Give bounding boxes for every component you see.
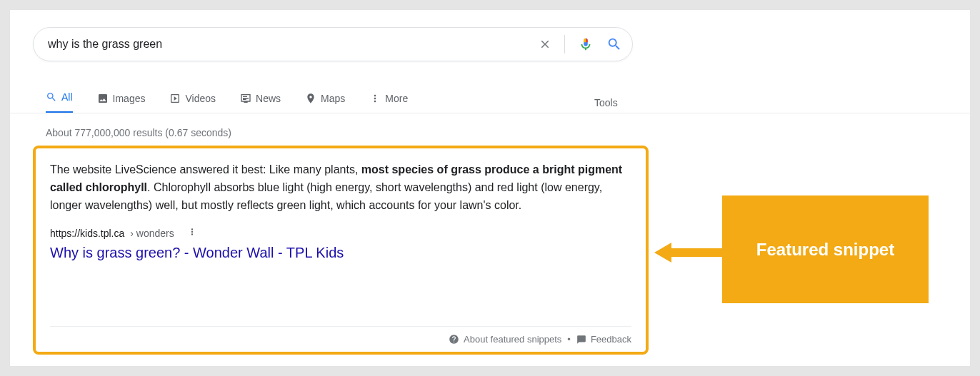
result-cite: https://kids.tpl.ca › wonders: [50, 227, 631, 239]
page-canvas: All Images Videos News Maps More Tools A…: [10, 10, 970, 366]
tab-maps[interactable]: Maps: [305, 93, 345, 113]
tab-images[interactable]: Images: [97, 93, 146, 113]
featured-snippet: The website LiveScience answered it best…: [33, 146, 649, 355]
snippet-footer: About featured snippets • Feedback: [50, 326, 631, 345]
callout-label: Featured snippet: [756, 240, 894, 260]
tabs-row: All Images Videos News Maps More Tools: [46, 91, 970, 113]
divider: [564, 35, 565, 54]
feedback-label: Feedback: [591, 334, 631, 345]
tab-videos[interactable]: Videos: [169, 93, 216, 113]
search-icon[interactable]: [606, 36, 622, 52]
tab-label: News: [256, 93, 281, 104]
search-bar-actions: [539, 35, 622, 54]
search-bar[interactable]: [33, 27, 633, 61]
more-icon[interactable]: [187, 227, 197, 239]
mic-icon[interactable]: [578, 36, 594, 52]
cite-domain: https://kids.tpl.ca: [50, 228, 124, 239]
tools-link[interactable]: Tools: [594, 97, 618, 108]
tabs-border: [10, 113, 970, 113]
cite-path: › wonders: [130, 228, 174, 239]
tab-label: Images: [113, 93, 146, 104]
tab-news[interactable]: News: [240, 93, 281, 113]
annotation-arrow: [654, 243, 723, 263]
feedback-icon: [576, 335, 586, 345]
arrow-head-icon: [654, 243, 671, 263]
search-input[interactable]: [48, 38, 539, 51]
tab-label: Maps: [321, 93, 345, 104]
clear-icon[interactable]: [539, 38, 551, 51]
arrow-shaft: [671, 248, 723, 257]
result-stats: About 777,000,000 results (0.67 seconds): [46, 127, 231, 138]
snippet-pre: The website LiveScience answered it best…: [50, 163, 361, 176]
tab-label: Videos: [185, 93, 216, 104]
result-title-link[interactable]: Why is grass green? - Wonder Wall - TPL …: [50, 243, 631, 261]
help-icon: [449, 334, 459, 345]
bullet: •: [567, 334, 571, 345]
tab-more[interactable]: More: [369, 93, 408, 113]
annotation-callout: Featured snippet: [722, 195, 929, 303]
tab-label: More: [385, 93, 408, 104]
feedback-link[interactable]: Feedback: [576, 334, 631, 345]
tab-label: All: [61, 91, 73, 103]
snippet-text: The website LiveScience answered it best…: [50, 161, 631, 214]
tab-all[interactable]: All: [46, 91, 73, 113]
about-featured-snippets-link[interactable]: About featured snippets: [449, 334, 561, 345]
about-label: About featured snippets: [464, 334, 561, 345]
